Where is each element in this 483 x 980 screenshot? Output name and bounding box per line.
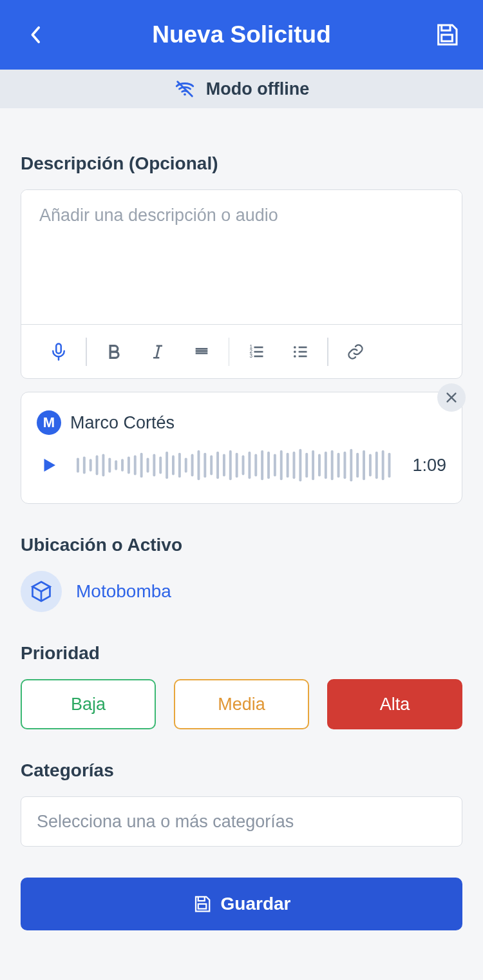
- ordered-list-button[interactable]: 123: [234, 335, 278, 369]
- mic-button[interactable]: [37, 335, 80, 369]
- formatting-toolbar: 123: [21, 324, 462, 378]
- unordered-list-button[interactable]: [278, 335, 322, 369]
- toolbar-separator: [86, 338, 87, 366]
- back-button[interactable]: [21, 19, 52, 50]
- categories-input[interactable]: [21, 796, 462, 847]
- chevron-left-icon: [30, 26, 42, 44]
- remove-audio-button[interactable]: [437, 383, 466, 412]
- audio-card: M Marco Cortés 1:09: [21, 392, 462, 504]
- page-title: Nueva Solicitud: [52, 21, 431, 48]
- app-header: Nueva Solicitud: [0, 0, 483, 70]
- audio-duration: 1:09: [412, 456, 446, 476]
- play-button[interactable]: [37, 453, 61, 477]
- strikethrough-icon: [192, 343, 211, 361]
- avatar: M: [37, 410, 61, 435]
- svg-point-1: [184, 93, 186, 96]
- microphone-icon: [49, 341, 68, 363]
- link-button[interactable]: [334, 335, 377, 369]
- offline-banner: Modo offline: [0, 70, 483, 108]
- description-label: Descripción (Opcional): [21, 153, 462, 174]
- asset-selector[interactable]: Motobomba: [21, 571, 462, 612]
- svg-rect-0: [442, 35, 453, 41]
- toolbar-separator: [229, 338, 230, 366]
- unordered-list-icon: [290, 343, 310, 361]
- audio-author-row: M Marco Cortés: [37, 410, 446, 435]
- italic-button[interactable]: [136, 335, 180, 369]
- svg-point-17: [294, 346, 296, 349]
- link-icon: [346, 343, 365, 361]
- save-button[interactable]: Guardar: [21, 878, 462, 930]
- svg-line-7: [156, 345, 159, 358]
- priority-row: Baja Media Alta: [21, 679, 462, 729]
- audio-player: 1:09: [37, 447, 446, 484]
- description-input[interactable]: [21, 190, 462, 322]
- svg-point-19: [294, 355, 296, 358]
- priority-baja-button[interactable]: Baja: [21, 679, 156, 729]
- strikethrough-button[interactable]: [180, 335, 223, 369]
- bold-icon: [105, 343, 123, 361]
- close-icon: [444, 390, 459, 405]
- save-button-label: Guardar: [221, 894, 291, 914]
- author-name: Marco Cortés: [70, 413, 175, 433]
- location-label: Ubicación o Activo: [21, 535, 462, 555]
- italic-icon: [149, 343, 167, 361]
- svg-text:3: 3: [250, 353, 253, 359]
- cube-icon: [30, 580, 53, 603]
- bold-button[interactable]: [92, 335, 136, 369]
- priority-media-button[interactable]: Media: [174, 679, 309, 729]
- play-icon: [39, 454, 59, 476]
- save-icon: [434, 22, 460, 48]
- save-icon: [193, 894, 212, 914]
- asset-icon-wrap: [21, 571, 62, 612]
- svg-rect-76: [198, 904, 206, 909]
- priority-alta-button[interactable]: Alta: [327, 679, 462, 729]
- offline-label: Modo offline: [206, 79, 309, 99]
- ordered-list-icon: 123: [247, 343, 266, 361]
- svg-rect-3: [56, 343, 61, 353]
- asset-name: Motobomba: [76, 581, 171, 602]
- priority-label: Prioridad: [21, 643, 462, 664]
- description-box: 123: [21, 189, 462, 379]
- toolbar-separator: [327, 338, 328, 366]
- wifi-off-icon: [174, 78, 196, 100]
- audio-waveform[interactable]: [75, 447, 393, 484]
- svg-point-18: [294, 351, 296, 353]
- save-header-button[interactable]: [431, 19, 462, 50]
- categories-label: Categorías: [21, 760, 462, 781]
